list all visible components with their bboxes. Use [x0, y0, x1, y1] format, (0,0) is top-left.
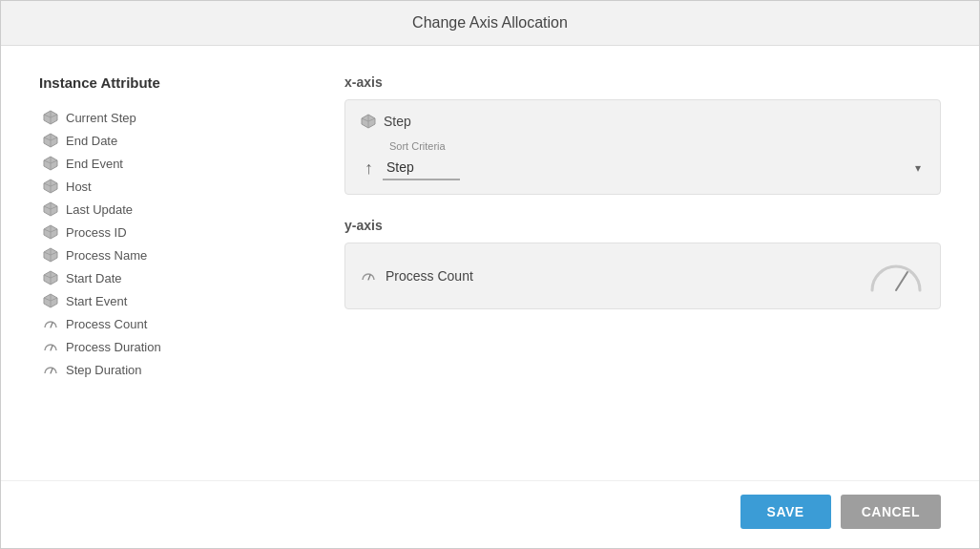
gauge-icon — [43, 316, 58, 331]
attribute-item-process-id[interactable]: Process ID — [39, 222, 306, 242]
cube-icon — [43, 110, 58, 125]
sort-select-wrapper: Step Count Duration — [383, 156, 925, 180]
y-axis-label: y-axis — [344, 218, 941, 233]
attribute-label: Process Duration — [66, 340, 161, 354]
attribute-label: Host — [66, 179, 92, 194]
gauge-icon — [43, 362, 58, 377]
attribute-label: Process ID — [66, 225, 127, 240]
svg-line-13 — [368, 275, 370, 280]
x-axis-section: x-axis Step Sort Criteria — [344, 74, 941, 195]
x-axis-label: x-axis — [344, 74, 941, 90]
svg-line-10 — [51, 346, 52, 350]
attribute-item-current-step[interactable]: Current Step — [39, 108, 306, 127]
gauge-icon — [43, 339, 58, 354]
cube-icon — [43, 224, 58, 240]
svg-line-11 — [51, 369, 52, 373]
attribute-label: Start Event — [66, 294, 127, 308]
dialog-title: Change Axis Allocation — [1, 1, 979, 46]
y-axis-content: Process Count — [361, 257, 925, 295]
attribute-item-end-event[interactable]: End Event — [39, 154, 306, 173]
x-axis-box: Step Sort Criteria ↑ Step Count Duration — [344, 99, 941, 195]
attribute-label: Last Update — [66, 202, 133, 217]
attribute-label: End Event — [66, 157, 123, 171]
gauge-icon-yaxis — [361, 268, 376, 284]
instance-attribute-title: Instance Attribute — [39, 74, 306, 91]
attribute-item-last-update[interactable]: Last Update — [39, 200, 306, 219]
attribute-item-step-duration[interactable]: Step Duration — [39, 360, 306, 379]
cube-icon — [43, 293, 58, 308]
y-axis-gauge-visual — [867, 257, 925, 295]
cube-icon-xaxis — [361, 114, 376, 129]
y-axis-item-label: Process Count — [386, 268, 473, 284]
attribute-label: Process Count — [66, 317, 147, 331]
attribute-label: Step Duration — [66, 363, 142, 377]
x-axis-item: Step — [361, 114, 925, 129]
save-button[interactable]: SAVE — [740, 495, 831, 529]
attribute-label: Process Name — [66, 248, 147, 263]
attribute-list: Current Step End Date End Event Host Las… — [39, 108, 306, 379]
cube-icon — [43, 179, 58, 194]
cancel-button[interactable]: CANCEL — [841, 495, 941, 529]
dialog-body: Instance Attribute Current Step End Date… — [1, 46, 979, 480]
attribute-item-process-name[interactable]: Process Name — [39, 245, 306, 264]
attribute-label: Start Date — [66, 271, 122, 285]
dialog-footer: SAVE CANCEL — [1, 480, 979, 548]
attribute-item-process-count[interactable]: Process Count — [39, 314, 306, 333]
sort-row: ↑ Step Count Duration — [365, 156, 925, 180]
sort-select[interactable]: Step Count Duration — [383, 156, 460, 180]
attribute-item-host[interactable]: Host — [39, 177, 306, 196]
attribute-label: Current Step — [66, 111, 136, 125]
x-axis-item-label: Step — [384, 114, 411, 129]
cube-icon — [43, 247, 58, 263]
attribute-item-start-date[interactable]: Start Date — [39, 268, 306, 287]
attribute-label: End Date — [66, 134, 117, 148]
y-axis-section: y-axis Process Count — [344, 218, 941, 309]
cube-icon — [43, 270, 58, 285]
y-axis-box: Process Count — [344, 243, 941, 309]
right-panel: x-axis Step Sort Criteria — [344, 74, 941, 461]
cube-icon — [43, 201, 58, 217]
attribute-item-end-date[interactable]: End Date — [39, 131, 306, 150]
sort-criteria-label: Sort Criteria — [389, 140, 925, 152]
y-axis-item: Process Count — [361, 268, 473, 284]
svg-line-9 — [51, 323, 52, 327]
attribute-item-process-duration[interactable]: Process Duration — [39, 337, 306, 356]
attribute-item-start-event[interactable]: Start Event — [39, 291, 306, 310]
cube-icon — [43, 133, 58, 148]
sort-direction-icon[interactable]: ↑ — [365, 159, 373, 177]
svg-line-14 — [896, 272, 907, 290]
change-axis-dialog: Change Axis Allocation Instance Attribut… — [0, 0, 980, 549]
cube-icon — [43, 156, 58, 171]
left-panel: Instance Attribute Current Step End Date… — [39, 74, 306, 461]
